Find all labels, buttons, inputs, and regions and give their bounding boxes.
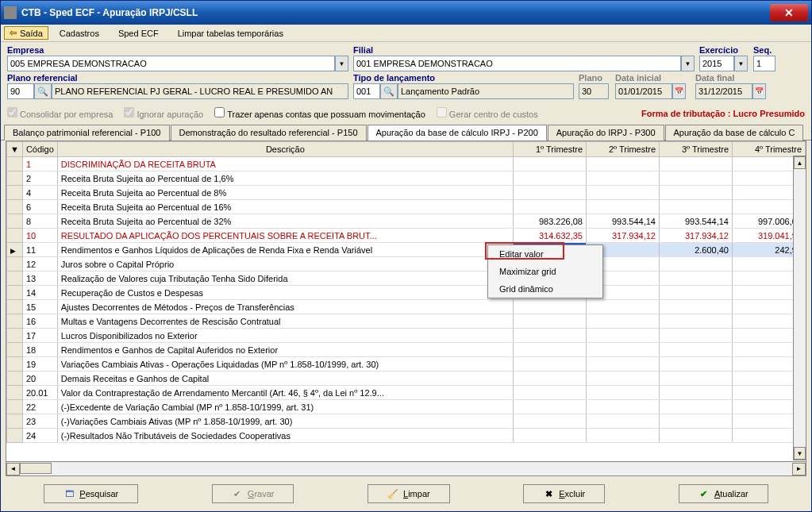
row-header[interactable]: ▶ (7, 243, 23, 257)
cell-t1[interactable] (514, 400, 587, 414)
cell-code[interactable]: 12 (22, 257, 57, 271)
menu-cadastros[interactable]: Cadastros (52, 27, 107, 40)
cell-t3[interactable] (660, 414, 733, 429)
cell-t1[interactable] (514, 171, 587, 186)
cell-t2[interactable] (587, 414, 660, 429)
cell-desc[interactable]: Recuperação de Custos e Despesas (57, 286, 513, 300)
cell-t1[interactable] (514, 329, 587, 343)
cell-t2[interactable] (587, 371, 660, 386)
cm-editar-valor[interactable]: Editar valor (488, 245, 602, 263)
cell-code[interactable]: 4 (22, 186, 57, 200)
row-header[interactable] (7, 300, 23, 314)
cell-t1[interactable] (514, 157, 587, 171)
cell-t2[interactable] (587, 386, 660, 400)
cell-desc[interactable]: Demais Receitas e Ganhos de Capital (57, 371, 513, 386)
table-row[interactable]: 8Receita Bruta Sujeita ao Percentual de … (7, 214, 806, 229)
cell-t2[interactable] (587, 429, 660, 443)
col-t2[interactable]: 2º Trimestre (587, 142, 660, 157)
cell-t1[interactable] (514, 186, 587, 200)
table-row[interactable]: 10RESULTADO DA APLICAÇÃO DOS PERCENTUAIS… (7, 229, 806, 243)
cell-t3[interactable] (660, 343, 733, 357)
exercicio-dropdown[interactable]: ▼ (734, 56, 748, 71)
tipo-lanc-code-input[interactable] (353, 83, 380, 99)
cm-grid-dinamico[interactable]: Grid dinâmico (488, 280, 602, 298)
table-row[interactable]: 13Realização de Valores cuja Tributação … (7, 271, 806, 286)
row-header[interactable] (7, 371, 23, 386)
scroll-thumb[interactable] (20, 463, 52, 474)
row-header[interactable] (7, 429, 23, 443)
excluir-button[interactable]: ✖Excluir (523, 484, 605, 503)
row-header[interactable] (7, 200, 23, 214)
col-t1[interactable]: 1º Trimestre (514, 142, 587, 157)
cell-desc[interactable]: Ajustes Decorrentes de Métodos - Preços … (57, 300, 513, 314)
menu-saida[interactable]: ⇦ Saída (4, 26, 48, 40)
table-row[interactable]: 19Variações Cambiais Ativas - Operações … (7, 357, 806, 371)
cell-t1[interactable] (514, 300, 587, 314)
tab-p200[interactable]: Apuração da base de cálculo IRPJ - P200 (368, 125, 547, 141)
cell-desc[interactable]: (-)Excedente de Variação Cambial (MP nº … (57, 400, 513, 414)
cell-t1[interactable]: 983.226,08 (514, 214, 587, 229)
cell-desc[interactable]: Receita Bruta Sujeita ao Percentual de 1… (57, 200, 513, 214)
cell-t2[interactable] (587, 400, 660, 414)
atualizar-button[interactable]: ✔Atualizar (679, 484, 768, 503)
cell-desc[interactable]: Realização de Valores cuja Tributação Te… (57, 271, 513, 286)
chk-ignorar[interactable]: Ignorar apuração (124, 107, 203, 119)
cell-code[interactable]: 11 (22, 243, 57, 257)
col-descricao[interactable]: Descrição (57, 142, 513, 157)
row-header[interactable] (7, 343, 23, 357)
cell-t1[interactable] (514, 343, 587, 357)
empresa-input[interactable] (7, 56, 335, 71)
table-row[interactable]: 6Receita Bruta Sujeita ao Percentual de … (7, 200, 806, 214)
row-header[interactable] (7, 257, 23, 271)
table-row[interactable]: 20Demais Receitas e Ganhos de Capital (7, 371, 806, 386)
cell-t3[interactable] (660, 186, 733, 200)
data-inicial-picker[interactable]: 📅 (672, 83, 686, 99)
row-header[interactable] (7, 386, 23, 400)
cell-t1[interactable] (514, 314, 587, 329)
table-row[interactable]: 2Receita Bruta Sujeita ao Percentual de … (7, 171, 806, 186)
cell-desc[interactable]: Valor da Contraprestação de Arrendamento… (57, 386, 513, 400)
cell-code[interactable]: 20 (22, 371, 57, 386)
cell-desc[interactable]: Receita Bruta Sujeita ao Percentual de 8… (57, 186, 513, 200)
cell-code[interactable]: 17 (22, 329, 57, 343)
cell-t3[interactable] (660, 386, 733, 400)
cell-t1[interactable] (514, 414, 587, 429)
row-header[interactable] (7, 400, 23, 414)
cell-t3[interactable] (660, 314, 733, 329)
table-row[interactable]: 15Ajustes Decorrentes de Métodos - Preço… (7, 300, 806, 314)
row-header[interactable] (7, 357, 23, 371)
cell-t2[interactable] (587, 300, 660, 314)
row-header[interactable] (7, 271, 23, 286)
cell-desc[interactable]: Multas e Vantagens Decorrentes de Rescis… (57, 314, 513, 329)
limpar-button[interactable]: 🧹Limpar (368, 484, 450, 503)
menu-limpar-tabelas[interactable]: Limpar tabelas temporárias (170, 27, 291, 40)
plano-ref-lookup[interactable]: 🔍 (34, 83, 52, 99)
cell-t3[interactable] (660, 400, 733, 414)
gravar-button[interactable]: ✔Gravar (212, 484, 294, 503)
table-row[interactable]: 20.01Valor da Contraprestação de Arrenda… (7, 386, 806, 400)
vertical-scrollbar[interactable]: ▲ ▼ (793, 156, 806, 460)
cell-code[interactable]: 6 (22, 200, 57, 214)
table-row[interactable]: 22(-)Excedente de Variação Cambial (MP n… (7, 400, 806, 414)
cell-code[interactable]: 10 (22, 229, 57, 243)
cell-t1[interactable]: 314.632,35 (514, 229, 587, 243)
tab-csll[interactable]: Apuração da base de cálculo C (665, 125, 804, 141)
row-header[interactable] (7, 314, 23, 329)
cell-desc[interactable]: Receita Bruta Sujeita ao Percentual de 3… (57, 214, 513, 229)
cell-t3[interactable] (660, 157, 733, 171)
filial-dropdown[interactable]: ▼ (681, 56, 695, 71)
scroll-right-button[interactable]: ► (792, 463, 806, 475)
cell-t1[interactable] (514, 386, 587, 400)
tab-p300[interactable]: Apuração do IRPJ - P300 (548, 125, 664, 141)
seq-input[interactable] (753, 56, 775, 71)
row-header[interactable] (7, 329, 23, 343)
scroll-left-button[interactable]: ◄ (6, 463, 20, 475)
cell-desc[interactable]: Juros sobre o Capital Próprio (57, 257, 513, 271)
tab-scroll-left[interactable]: ◄ (804, 124, 812, 140)
chk-trazer[interactable]: Trazer apenas contas que possuam movimen… (214, 107, 425, 119)
table-row[interactable]: ▶11Rendimentos e Ganhos Líquidos de Apli… (7, 243, 806, 257)
cell-t3[interactable] (660, 371, 733, 386)
cell-code[interactable]: 18 (22, 343, 57, 357)
cell-t2[interactable] (587, 357, 660, 371)
table-row[interactable]: 12Juros sobre o Capital Próprio (7, 257, 806, 271)
